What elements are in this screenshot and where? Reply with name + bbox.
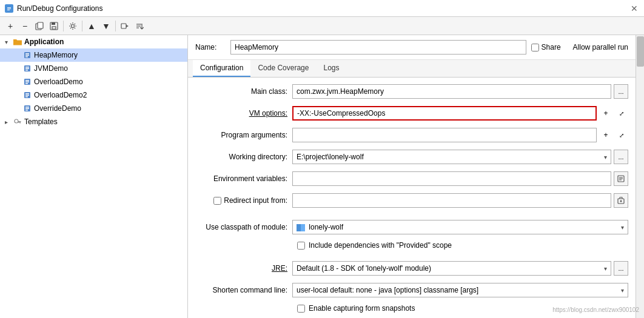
sidebar-item-overloaddemo-label: OverloadDemo — [34, 78, 83, 86]
shorten-cmd-label: Shorten command line: — [195, 286, 292, 294]
svg-rect-31 — [25, 107, 29, 108]
settings-button[interactable] — [66, 19, 79, 33]
env-vars-wrapper — [292, 171, 628, 186]
shorten-cmd-dropdown[interactable]: user-local default: none - java [options… — [292, 283, 628, 297]
working-dir-label: Working directory: — [195, 153, 292, 161]
program-args-row: Program arguments: + ⤢ — [195, 127, 628, 143]
main-class-label: Main class: — [195, 87, 292, 96]
module-icon — [297, 224, 305, 231]
share-checkbox[interactable] — [531, 44, 539, 51]
sidebar-item-application[interactable]: ▾ Application — [0, 35, 187, 48]
svg-rect-21 — [25, 70, 28, 71]
program-args-fullscreen-button[interactable]: ⤢ — [615, 128, 628, 142]
sort-button[interactable] — [133, 19, 146, 33]
tabs: Configuration Code Coverage Logs — [188, 60, 636, 78]
shorten-cmd-wrapper: user-local default: none - java [options… — [292, 283, 628, 297]
tab-codecoverage[interactable]: Code Coverage — [250, 60, 316, 77]
sidebar: ▾ Application ▸ HeapMemory ▸ JV — [0, 35, 188, 318]
program-args-expand-button[interactable]: + — [599, 128, 612, 142]
svg-rect-25 — [25, 83, 28, 84]
right-scrollbar[interactable] — [636, 35, 644, 318]
shorten-cmd-row: Shorten command line: user-local default… — [195, 282, 628, 298]
program-args-input[interactable] — [292, 128, 597, 142]
sidebar-item-overridedemo[interactable]: ▸ OverrideDemo — [0, 102, 187, 115]
main-class-browse-button[interactable]: ... — [614, 84, 628, 99]
svg-rect-35 — [18, 121, 21, 122]
vm-options-input[interactable] — [292, 106, 597, 121]
svg-rect-32 — [25, 108, 29, 110]
working-dir-dropdown[interactable]: E:\project\lonely-wolf ▾ — [292, 150, 611, 164]
remove-button[interactable]: − — [18, 19, 32, 33]
jre-label: JRE: — [195, 264, 292, 273]
tab-logs[interactable]: Logs — [316, 60, 346, 77]
move-button[interactable] — [118, 19, 132, 33]
main-class-input[interactable] — [292, 84, 611, 99]
svg-rect-5 — [38, 22, 43, 28]
include-deps-label: Include dependencies with "Provided" sco… — [309, 241, 452, 250]
program-args-wrapper: + ⤢ — [292, 128, 628, 142]
name-label: Name: — [195, 43, 226, 51]
svg-rect-45 — [301, 224, 305, 231]
vm-options-label: VM options: — [195, 109, 292, 118]
svg-point-43 — [620, 200, 622, 202]
file-icon-overridedemo — [23, 104, 32, 113]
svg-rect-27 — [25, 93, 29, 94]
file-icon-overloaddemo2 — [23, 91, 32, 99]
svg-rect-17 — [25, 56, 28, 58]
redirect-input-browse-button[interactable] — [614, 193, 628, 208]
svg-rect-2 — [7, 8, 11, 9]
jre-arrow: ▾ — [604, 265, 607, 272]
env-vars-edit-button[interactable] — [614, 171, 628, 186]
toolbar: + − ▲ ▼ — [0, 17, 644, 35]
sidebar-item-jvmdemo-label: JVMDemo — [34, 64, 68, 73]
svg-rect-37 — [19, 122, 20, 124]
jre-browse-button[interactable]: ... — [614, 261, 628, 276]
name-input[interactable] — [230, 40, 526, 55]
main-class-wrapper: ... — [292, 84, 628, 99]
jre-row: JRE: Default (1.8 - SDK of 'lonely-wolf'… — [195, 260, 628, 276]
classpath-module-arrow: ▾ — [621, 224, 624, 231]
separator-3 — [115, 21, 116, 31]
vm-options-wrapper: + ⤢ — [292, 106, 628, 121]
classpath-module-dropdown[interactable]: lonely-wolf ▾ — [292, 220, 628, 234]
sidebar-item-templates[interactable]: ▸ Templates — [0, 115, 187, 128]
jre-value: Default (1.8 - SDK of 'lonely-wolf' modu… — [297, 264, 431, 273]
redirect-checkbox[interactable] — [213, 197, 221, 205]
up-button[interactable]: ▲ — [85, 19, 98, 33]
tab-configuration[interactable]: Configuration — [193, 60, 250, 77]
file-icon-overloaddemo — [23, 78, 32, 86]
scrollbar-thumb[interactable] — [637, 36, 644, 67]
jre-dropdown[interactable]: Default (1.8 - SDK of 'lonely-wolf' modu… — [292, 261, 611, 276]
redirect-input-label: Redirect input from: — [224, 196, 287, 205]
copy-button[interactable] — [33, 19, 46, 33]
vm-options-expand-button[interactable]: + — [599, 107, 612, 120]
sidebar-item-templates-label: Templates — [24, 118, 58, 126]
save-button[interactable] — [47, 19, 61, 33]
sidebar-item-jvmdemo[interactable]: ▸ JVMDemo — [0, 62, 187, 75]
title-text: Run/Debug Configurations — [17, 4, 102, 13]
down-button[interactable]: ▼ — [99, 19, 113, 33]
include-deps-checkbox[interactable] — [297, 242, 305, 250]
redirect-input-field[interactable] — [292, 193, 611, 208]
add-button[interactable]: + — [4, 19, 17, 33]
env-vars-input[interactable] — [292, 171, 611, 186]
env-vars-label: Environment variables: — [195, 174, 292, 183]
working-dir-row: Working directory: E:\project\lonely-wol… — [195, 149, 628, 165]
close-icon[interactable]: ✕ — [629, 4, 639, 13]
sidebar-item-overloaddemo2[interactable]: ▸ OverloadDemo2 — [0, 88, 187, 102]
separator-2 — [82, 21, 82, 31]
tree-arrow-application: ▾ — [5, 39, 11, 45]
svg-rect-19 — [25, 67, 29, 68]
sidebar-item-application-label: Application — [24, 38, 64, 46]
sidebar-item-heapmemory[interactable]: ▸ HeapMemory — [0, 48, 187, 62]
vm-options-fullscreen-button[interactable]: ⤢ — [615, 107, 628, 120]
sidebar-item-overloaddemo[interactable]: ▸ OverloadDemo — [0, 75, 187, 88]
classpath-module-value: lonely-wolf — [297, 223, 343, 231]
content-panel: Name: Share Allow parallel run Configura… — [188, 35, 636, 318]
redirect-input-row: Redirect input from: — [195, 193, 628, 208]
jre-wrapper: Default (1.8 - SDK of 'lonely-wolf' modu… — [292, 261, 628, 276]
svg-rect-33 — [25, 110, 28, 111]
title-bar: Run/Debug Configurations ✕ — [0, 0, 644, 17]
working-dir-browse-button[interactable]: ... — [614, 150, 628, 164]
enable-capturing-checkbox[interactable] — [297, 305, 305, 313]
